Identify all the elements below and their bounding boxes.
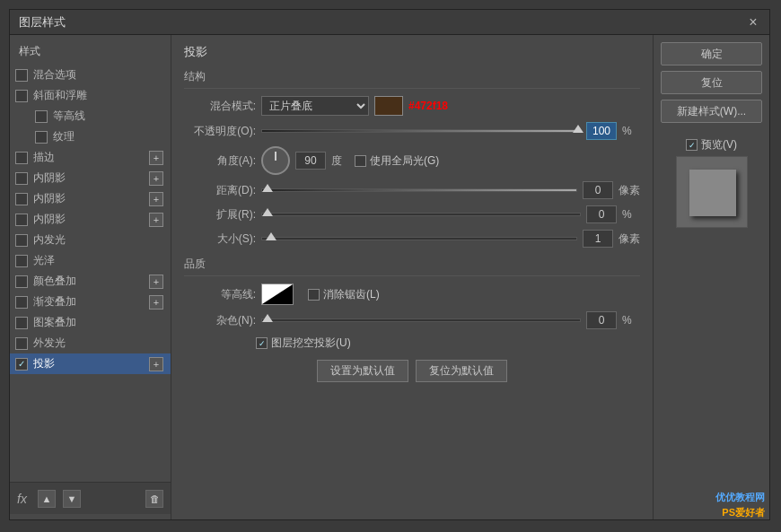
opacity-slider[interactable] [261, 129, 581, 133]
spread-label: 扩展(R): [184, 207, 256, 222]
sidebar-item-inner-glow[interactable]: 内发光 [10, 230, 171, 250]
blend-mode-label: 混合模式: [184, 99, 256, 114]
reset-default-button[interactable]: 复位为默认值 [416, 360, 507, 382]
size-label: 大小(S): [184, 231, 256, 247]
sidebar-item-label-gradient-overlay: 渐变叠加 [33, 294, 149, 310]
preview-label-row: 预览(V) [686, 137, 737, 153]
sidebar-item-checkbox-stroke[interactable] [15, 152, 28, 164]
sidebar-item-inner-shadow1[interactable]: 内阴影+ [10, 168, 171, 188]
spread-slider[interactable] [261, 213, 581, 216]
sidebar-item-checkbox-texture[interactable] [35, 131, 48, 144]
sidebar-item-checkbox-contour[interactable] [35, 110, 48, 123]
reset-button[interactable]: 复位 [661, 71, 762, 94]
global-light-checkbox[interactable] [355, 155, 366, 167]
sidebar-item-plus-gradient-overlay[interactable]: + [149, 295, 163, 310]
color-swatch[interactable] [374, 96, 403, 116]
sidebar-item-plus-inner-shadow2[interactable]: + [149, 192, 163, 206]
size-unit: 像素 [619, 231, 640, 247]
distance-slider[interactable] [261, 188, 577, 192]
sidebar-item-checkbox-bevel[interactable] [15, 90, 28, 102]
sidebar-item-checkbox-satin[interactable] [15, 255, 28, 267]
sidebar-item-label-inner-shadow3: 内阴影 [33, 212, 149, 227]
sidebar-item-gradient-overlay[interactable]: 渐变叠加+ [10, 292, 171, 312]
sidebar-item-inner-shadow3[interactable]: 内阴影+ [10, 209, 171, 230]
sidebar-item-label-blending: 混合选项 [33, 67, 163, 83]
noise-value[interactable]: 0 [586, 311, 617, 329]
anti-alias-checkbox[interactable] [308, 289, 320, 301]
anti-alias-label[interactable]: 消除锯齿(L) [308, 287, 380, 302]
spread-slider-thumb[interactable] [262, 208, 273, 216]
sidebar-item-plus-inner-shadow3[interactable]: + [149, 213, 163, 227]
sidebar-item-checkbox-outer-glow[interactable] [15, 337, 28, 350]
fx-up-button[interactable]: ▲ [38, 490, 56, 508]
sidebar-item-bevel[interactable]: 斜面和浮雕 [10, 85, 171, 106]
noise-slider[interactable] [261, 318, 581, 322]
sidebar-item-pattern-overlay[interactable]: 图案叠加 [10, 312, 171, 333]
sidebar-item-drop-shadow[interactable]: 投影+ [10, 353, 171, 374]
sidebar-item-label-bevel: 斜面和浮雕 [33, 88, 163, 103]
watermarks: 优优教程网 PS爱好者 [715, 491, 765, 519]
sidebar-item-label-stroke: 描边 [33, 150, 149, 165]
sidebar-item-label-inner-shadow2: 内阴影 [33, 191, 149, 206]
sidebar-item-satin[interactable]: 光泽 [10, 250, 171, 271]
set-default-button[interactable]: 设置为默认值 [317, 360, 408, 382]
color-hex-display[interactable]: #472f18 [408, 100, 448, 112]
noise-label: 杂色(N): [184, 313, 256, 328]
distance-value[interactable]: 0 [583, 181, 613, 199]
sidebar-item-checkbox-inner-glow[interactable] [15, 234, 28, 247]
watermark-2: PS爱好者 [722, 506, 765, 519]
right-panel: 确定 复位 新建样式(W)... 预览(V) [653, 35, 769, 519]
preview-inner [689, 170, 736, 216]
sidebar-item-checkbox-pattern-overlay[interactable] [15, 317, 28, 329]
angle-value[interactable]: 90 [295, 152, 326, 170]
sidebar-item-plus-color-overlay[interactable]: + [149, 275, 163, 289]
opacity-row: 不透明度(O): 100 % [184, 122, 640, 140]
contour-visual [262, 284, 293, 304]
sidebar-item-color-overlay[interactable]: 颜色叠加+ [10, 271, 171, 292]
sidebar-item-checkbox-drop-shadow[interactable] [15, 358, 28, 371]
distance-slider-thumb[interactable] [262, 184, 273, 192]
blend-mode-row: 混合模式: 正片叠底 正常 溶解 滤色 叠加 #472f18 [184, 96, 640, 116]
sidebar-item-blending[interactable]: 混合选项 [10, 65, 171, 85]
global-light-checkbox-label[interactable]: 使用全局光(G) [355, 153, 439, 169]
fx-down-button[interactable]: ▼ [63, 490, 81, 508]
fx-delete-button[interactable]: 🗑 [145, 490, 163, 508]
sidebar-item-checkbox-inner-shadow3[interactable] [15, 214, 28, 226]
angle-dial[interactable] [261, 146, 290, 175]
size-slider[interactable] [261, 237, 577, 240]
sidebar-item-plus-stroke[interactable]: + [149, 151, 163, 165]
sidebar-item-texture[interactable]: 纹理 [10, 126, 171, 147]
blend-mode-select[interactable]: 正片叠底 正常 溶解 滤色 叠加 [261, 96, 369, 116]
angle-unit: 度 [331, 153, 349, 169]
dialog-body: 样式 混合选项斜面和浮雕等高线纹理描边+内阴影+内阴影+内阴影+内发光光泽颜色叠… [10, 35, 769, 519]
noise-slider-thumb[interactable] [262, 314, 273, 322]
sidebar-item-inner-shadow2[interactable]: 内阴影+ [10, 188, 171, 209]
opacity-slider-thumb[interactable] [573, 125, 584, 133]
sidebar-item-label-drop-shadow: 投影 [33, 356, 149, 371]
opacity-value[interactable]: 100 [586, 122, 617, 140]
layer-knockout-label[interactable]: 图层挖空投影(U) [256, 336, 351, 351]
sidebar-item-plus-drop-shadow[interactable]: + [149, 357, 163, 371]
layer-knockout-checkbox[interactable] [256, 337, 268, 349]
new-style-button[interactable]: 新建样式(W)... [661, 100, 762, 123]
contour-preview[interactable] [261, 283, 294, 305]
preview-checkbox[interactable] [686, 139, 698, 151]
sidebar-item-checkbox-color-overlay[interactable] [15, 275, 28, 288]
sidebar-item-checkbox-inner-shadow1[interactable] [15, 172, 28, 185]
size-value[interactable]: 1 [583, 230, 613, 248]
middle-panel: 投影 结构 混合模式: 正片叠底 正常 溶解 滤色 叠加 #472f18 不透明… [171, 35, 653, 519]
sidebar-item-outer-glow[interactable]: 外发光 [10, 333, 171, 353]
sidebar-item-plus-inner-shadow1[interactable]: + [149, 171, 163, 186]
ok-button[interactable]: 确定 [661, 42, 762, 65]
sidebar-item-stroke[interactable]: 描边+ [10, 147, 171, 168]
noise-row: 杂色(N): 0 % [184, 311, 640, 329]
sidebar-item-contour[interactable]: 等高线 [10, 106, 171, 126]
sidebar-item-checkbox-gradient-overlay[interactable] [15, 296, 28, 309]
sidebar-item-label-contour: 等高线 [53, 109, 163, 124]
spread-value[interactable]: 0 [586, 205, 617, 223]
close-button[interactable]: × [746, 15, 760, 30]
sidebar-item-checkbox-inner-shadow2[interactable] [15, 193, 28, 205]
sidebar-item-checkbox-blending[interactable] [15, 69, 28, 82]
size-slider-thumb[interactable] [266, 232, 276, 240]
dialog-title: 图层样式 [19, 14, 66, 31]
